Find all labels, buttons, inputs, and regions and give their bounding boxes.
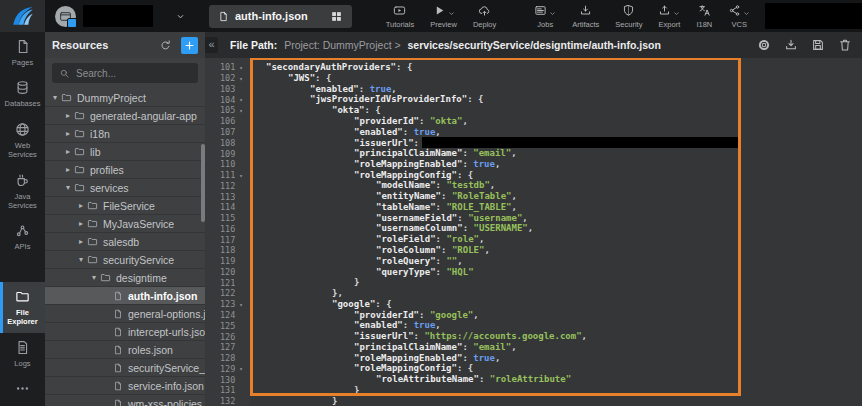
topbar-action-vcs[interactable]: VCS	[728, 3, 750, 29]
tree-item-myjavaservice[interactable]: ▸MyJavaService	[45, 215, 205, 233]
topbar-action-artifacts[interactable]: Artifacts	[572, 3, 599, 29]
tree-item-generated-angular-app[interactable]: ▸generated-angular-app	[45, 107, 205, 125]
code-line-117[interactable]: 117"roleField": "role",	[205, 234, 862, 245]
topbar-action-security[interactable]: Security	[615, 3, 642, 29]
delete-button[interactable]	[838, 38, 852, 52]
trash-icon	[838, 38, 852, 52]
code-line-112[interactable]: 112"modelName": "testdb",	[205, 180, 862, 191]
editor-toolbar: « File Path: Project: DummyProject > ser…	[205, 32, 862, 58]
tree-item-fileservice[interactable]: ▸FileService	[45, 197, 205, 215]
fold-marker-icon[interactable]: ▾	[239, 172, 243, 179]
fold-marker-icon[interactable]: ▾	[239, 301, 243, 308]
code-line-107[interactable]: 107"enabled": true,	[205, 127, 862, 138]
code-line-101[interactable]: 101▾"secondaryAuthProviders": {	[205, 62, 862, 73]
file-icon	[218, 11, 229, 22]
search-input[interactable]: Search...	[52, 63, 198, 83]
fold-marker-icon[interactable]: ▾	[239, 365, 243, 372]
topbar-action-jobs[interactable]: Jobs	[534, 3, 556, 29]
video-icon	[393, 4, 406, 17]
code-line-118[interactable]: 118"roleColumn": "ROLE",	[205, 245, 862, 256]
tree-item-designtime[interactable]: ▾designtime	[45, 269, 205, 287]
line-number: 108	[205, 138, 250, 148]
topbar-action-tutorials[interactable]: Tutorials	[386, 3, 414, 29]
code-line-123[interactable]: 123▾"google": {	[205, 299, 862, 310]
file-tab[interactable]: auth-info.json	[209, 5, 352, 28]
line-number: 111▾	[205, 170, 250, 180]
code-line-103[interactable]: 103"enabled": true,	[205, 84, 862, 95]
topbar-action-preview[interactable]: Preview	[430, 3, 457, 29]
tree-item-securityservice[interactable]: ▾securityService	[45, 251, 205, 269]
code-line-127[interactable]: 127"principalClaimName": "email",	[205, 342, 862, 353]
topbar: auth-info.json TutorialsPreviewDeployJob…	[0, 0, 862, 32]
code-line-121[interactable]: 121}	[205, 277, 862, 288]
code-line-104[interactable]: 104▾"jwsProviderIdVsProviderInfo": {	[205, 94, 862, 105]
tree-item-salesdb[interactable]: ▸salesdb	[45, 233, 205, 251]
chevron-down-icon[interactable]	[176, 12, 185, 21]
fold-marker-icon[interactable]: ▾	[239, 107, 243, 114]
rail-item-java-services[interactable]: Java Services	[0, 166, 45, 217]
settings-button[interactable]	[757, 38, 771, 52]
code-line-124[interactable]: 124"providerId": "google",	[205, 310, 862, 321]
topbar-action-i18n[interactable]: I18N	[696, 3, 712, 29]
topbar-action-deploy[interactable]: Deploy	[473, 3, 496, 29]
fold-marker-icon[interactable]: ▾	[239, 96, 243, 103]
tree-item-general-options-json[interactable]: general-options.json	[45, 305, 205, 323]
rail-item-web-services[interactable]: Web Services	[0, 115, 45, 166]
grid-icon[interactable]	[330, 10, 343, 23]
app-logo[interactable]	[0, 0, 45, 32]
rail-item-logs[interactable]: Logs	[0, 333, 45, 374]
code-line-109[interactable]: 109"principalClaimName": "email",	[205, 148, 862, 159]
code-line-131[interactable]: 131}	[205, 385, 862, 396]
tree-item-auth-info-json[interactable]: auth-info.json	[45, 287, 205, 305]
rail-item-apis[interactable]: APIs	[0, 216, 45, 257]
tree-item-service-info-json[interactable]: service-info.json	[45, 377, 205, 395]
code-line-105[interactable]: 105▾"okta": {	[205, 105, 862, 116]
rail-item-databases[interactable]: Databases	[0, 73, 45, 114]
tree-item-roles-json[interactable]: roles.json	[45, 341, 205, 359]
code-line-116[interactable]: 116"usernameColumn": "USERNAME",	[205, 223, 862, 234]
code-line-111[interactable]: 111▾"roleMappingConfig": {	[205, 170, 862, 181]
folder-icon	[87, 236, 98, 247]
code-line-120[interactable]: 120"queryType": "HQL"	[205, 267, 862, 278]
tree-item-wm-xss-policies-json[interactable]: wm-xss-policies.json	[45, 395, 205, 406]
rail-item-more[interactable]	[0, 374, 45, 406]
tree-item-securityservice-api-json[interactable]: securityService_API.json	[45, 359, 205, 377]
code-line-130[interactable]: 130"roleAttributeName": "roleAttribute"	[205, 374, 862, 385]
code-line-114[interactable]: 114"tableName": "ROLE_TABLE",	[205, 202, 862, 213]
code-line-122[interactable]: 122},	[205, 288, 862, 299]
project-switcher[interactable]	[55, 5, 185, 27]
line-number: 112	[205, 181, 250, 191]
chevron-down-icon	[673, 10, 680, 17]
code-line-106[interactable]: 106"providerId": "okta",	[205, 116, 862, 127]
rail-item-file-explorer[interactable]: File Explorer	[0, 282, 45, 333]
save-button[interactable]	[811, 38, 825, 52]
code-line-125[interactable]: 125"enabled": true,	[205, 320, 862, 331]
rail-item-pages[interactable]: Pages	[0, 32, 45, 73]
collapse-panel-button[interactable]: «	[205, 37, 218, 53]
code-line-102[interactable]: 102▾"JWS": {	[205, 73, 862, 84]
code-line-129[interactable]: 129▾"roleMappingConfig": {	[205, 363, 862, 374]
fold-marker-icon[interactable]: ▾	[239, 75, 243, 82]
code-line-108[interactable]: 108"issuerUrl":	[205, 137, 862, 148]
tree-item-dummyproject[interactable]: ▾DummyProject	[45, 89, 205, 107]
tree-item-profiles[interactable]: ▸profiles	[45, 161, 205, 179]
code-line-113[interactable]: 113"entityName": "RoleTable",	[205, 191, 862, 202]
fold-marker-icon[interactable]: ▾	[239, 64, 243, 71]
branch-icon	[728, 4, 741, 17]
line-number: 116	[205, 224, 250, 234]
tree-item-lib[interactable]: ▸lib	[45, 143, 205, 161]
code-line-132[interactable]: 132}	[205, 396, 862, 406]
code-line-115[interactable]: 115"usernameField": "username",	[205, 213, 862, 224]
tree-item-intercept-urls-json[interactable]: intercept-urls.json	[45, 323, 205, 341]
download-button[interactable]	[784, 38, 798, 52]
tree-item-services[interactable]: ▾services	[45, 179, 205, 197]
refresh-icon[interactable]	[159, 39, 172, 52]
code-line-119[interactable]: 119"roleQuery": "",	[205, 256, 862, 267]
code-line-126[interactable]: 126"issuerUrl": "https://accounts.google…	[205, 331, 862, 342]
code-line-110[interactable]: 110"roleMappingEnabled": true,	[205, 159, 862, 170]
add-resource-button[interactable]	[181, 37, 198, 54]
topbar-action-export[interactable]: Export	[658, 3, 680, 29]
code-line-128[interactable]: 128"roleMappingEnabled": true,	[205, 353, 862, 364]
tree-item-i18n[interactable]: ▸i18n	[45, 125, 205, 143]
code-editor[interactable]: 101▾"secondaryAuthProviders": {102▾"JWS"…	[205, 58, 862, 406]
